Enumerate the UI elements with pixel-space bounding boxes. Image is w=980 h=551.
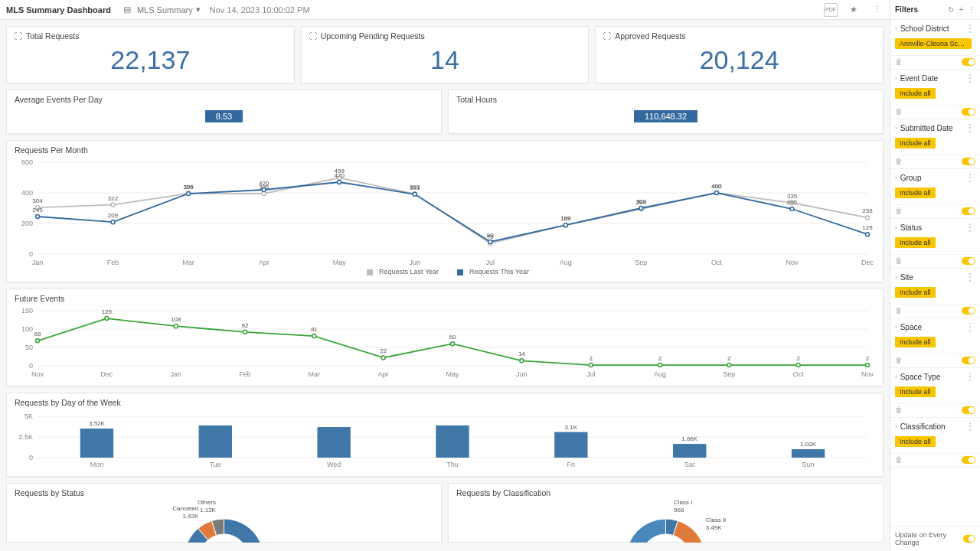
filter-toggle[interactable] [962, 257, 975, 265]
filter-chip[interactable]: Include all [895, 237, 936, 248]
svg-text:1.66K: 1.66K [681, 435, 698, 442]
filter-toggle[interactable] [962, 108, 975, 116]
svg-text:Thu: Thu [446, 461, 459, 468]
kebab-icon[interactable]: ⋮ [965, 172, 975, 183]
svg-text:600: 600 [21, 158, 33, 166]
kpi-value: 14 [309, 45, 581, 75]
svg-point-107 [658, 364, 662, 367]
filter-toggle[interactable] [962, 58, 975, 66]
dashboard-dropdown[interactable]: ▤ MLS Summary ▾ [120, 3, 201, 17]
trash-icon[interactable]: 🗑 [895, 157, 903, 165]
kebab-icon[interactable]: ⋮ [965, 222, 975, 233]
trash-icon[interactable]: 🗑 [895, 207, 903, 215]
svg-point-50 [262, 188, 266, 192]
kebab-icon[interactable]: ⋮ [870, 3, 884, 17]
filter-toggle[interactable] [962, 158, 975, 165]
requests-by-dow-chart: Requests by Day of the Week 02.5K5KMon3.… [6, 393, 884, 477]
svg-rect-130 [554, 432, 587, 458]
kebab-icon[interactable]: ⋮ [965, 122, 975, 133]
bookmark-icon[interactable]: ★ [847, 3, 861, 17]
avg-events-per-day-card: Average Events Per Day 8.53 [6, 90, 442, 134]
svg-text:Oct: Oct [711, 259, 723, 266]
svg-text:May: May [446, 370, 459, 378]
refresh-icon[interactable]: ↻ [948, 5, 954, 14]
svg-text:129: 129 [862, 224, 873, 231]
filter-toggle[interactable] [962, 456, 975, 464]
filter-name: Classification [900, 422, 946, 431]
filter-name: Space Type [900, 373, 941, 381]
future-events-chart: Future Events 050100150NovDecJanFebMarAp… [6, 289, 884, 386]
filter-chip[interactable]: Include all [895, 386, 936, 397]
chevron-right-icon: › [895, 373, 897, 380]
filter-header[interactable]: › Event Date ⋮ [890, 70, 980, 86]
chevron-right-icon: › [895, 423, 897, 430]
total-hours-card: Total Hours 110,648.32 [448, 90, 884, 134]
filter-header[interactable]: › School District ⋮ [890, 20, 980, 37]
expand-icon[interactable]: ⛶ [309, 31, 318, 41]
kebab-icon[interactable]: ⋮ [968, 5, 975, 14]
svg-point-44 [36, 215, 40, 219]
pdf-icon[interactable]: PDF [824, 3, 838, 17]
filter-toggle[interactable] [962, 406, 975, 414]
filter-chip[interactable]: Include all [895, 187, 936, 198]
svg-text:Oct: Oct [793, 370, 805, 378]
filter-chip[interactable]: Include all [895, 138, 936, 148]
svg-text:Aug: Aug [654, 370, 666, 378]
svg-text:Nov: Nov [786, 259, 799, 266]
svg-text:968: 968 [674, 507, 684, 514]
filter-toggle[interactable] [962, 307, 975, 315]
filter-header[interactable]: › Space ⋮ [890, 318, 980, 335]
svg-text:3.1K: 3.1K [565, 424, 578, 431]
expand-icon[interactable]: ⛶ [603, 31, 612, 41]
trash-icon[interactable]: 🗑 [895, 455, 903, 464]
filter-chip[interactable]: Include all [895, 88, 936, 99]
add-filter-icon[interactable]: + [959, 5, 963, 14]
filter-header[interactable]: › Classification ⋮ [890, 418, 980, 435]
trash-icon[interactable]: 🗑 [895, 306, 903, 315]
kebab-icon[interactable]: ⋮ [965, 421, 975, 432]
svg-point-99 [381, 356, 385, 360]
svg-point-54 [413, 192, 416, 196]
svg-point-46 [111, 220, 115, 224]
filter-chip[interactable]: Annville-Cleona School Di... [895, 38, 972, 49]
filter-chip[interactable]: Include all [895, 287, 936, 298]
trash-icon[interactable]: 🗑 [895, 256, 903, 265]
filter-toggle[interactable] [962, 207, 975, 215]
svg-text:3.52K: 3.52K [89, 420, 106, 427]
svg-text:2: 2 [658, 355, 662, 362]
trash-icon[interactable]: 🗑 [895, 107, 903, 116]
filter-header[interactable]: › Group ⋮ [890, 169, 980, 186]
filter-header[interactable]: › Site ⋮ [890, 269, 980, 285]
filter-header[interactable]: › Submitted Date ⋮ [890, 119, 980, 136]
trash-icon[interactable]: 🗑 [895, 356, 903, 364]
svg-text:80: 80 [487, 232, 494, 239]
svg-text:0: 0 [29, 362, 33, 370]
timestamp: Nov 14, 2023 10:00:02 PM [210, 5, 310, 15]
kebab-icon[interactable]: ⋮ [965, 23, 975, 34]
filter-name: Status [900, 223, 922, 232]
kebab-icon[interactable]: ⋮ [965, 371, 975, 382]
filter-toggle[interactable] [962, 357, 975, 364]
svg-point-101 [451, 342, 455, 346]
expand-icon[interactable]: ⛶ [15, 31, 23, 41]
filter-header[interactable]: › Status ⋮ [890, 219, 980, 236]
svg-text:Tue: Tue [210, 461, 221, 468]
kebab-icon[interactable]: ⋮ [965, 321, 975, 332]
kpi-value: 22,137 [15, 45, 286, 75]
update-on-change-toggle[interactable] [963, 535, 975, 543]
svg-point-42 [866, 216, 870, 220]
svg-text:Class II: Class II [706, 517, 727, 523]
svg-text:129: 129 [102, 308, 113, 315]
svg-point-56 [488, 240, 492, 244]
svg-point-60 [639, 207, 643, 210]
trash-icon[interactable]: 🗑 [895, 406, 903, 414]
line-chart: 0200400600JanFebMarAprMayJunJulAugSepOct… [15, 155, 875, 268]
svg-text:14: 14 [518, 350, 525, 357]
filter-header[interactable]: › Space Type ⋮ [890, 368, 980, 385]
trash-icon[interactable]: 🗑 [895, 57, 903, 66]
filter-chip[interactable]: Include all [895, 337, 936, 347]
kebab-icon[interactable]: ⋮ [965, 272, 975, 282]
svg-text:Mon: Mon [90, 461, 104, 468]
filter-chip[interactable]: Include all [895, 436, 936, 447]
kebab-icon[interactable]: ⋮ [965, 73, 975, 83]
